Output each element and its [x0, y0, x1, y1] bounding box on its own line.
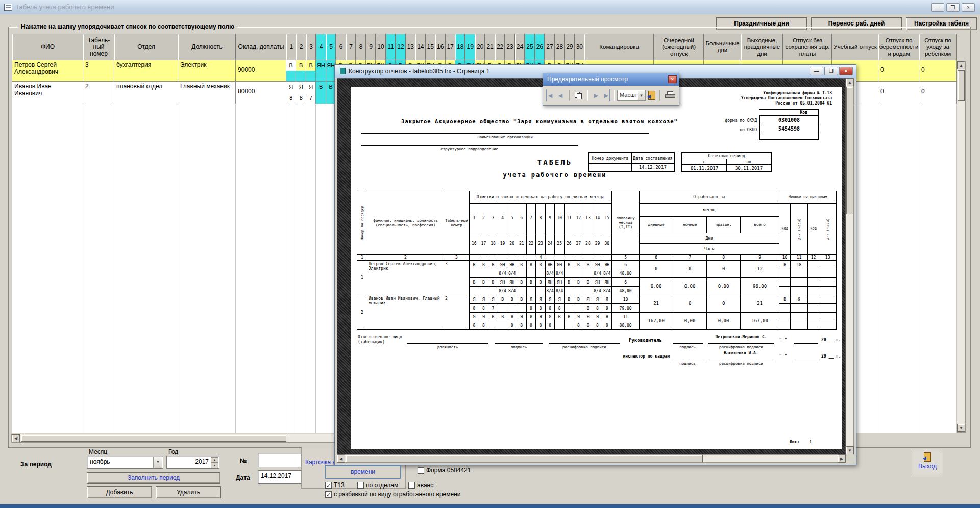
- report-horizontal-scrollbar[interactable]: ◀ ▶: [337, 454, 846, 463]
- day-column-header[interactable]: 26: [535, 34, 545, 60]
- chevron-down-icon[interactable]: ▼: [153, 457, 162, 468]
- split-by-type-checkbox[interactable]: ✓с разбивкой по виду отработанного време…: [325, 491, 460, 498]
- day-column-header[interactable]: 11: [386, 34, 396, 60]
- day-cell[interactable]: ЯН: [316, 60, 326, 82]
- row-cell[interactable]: 0: [878, 60, 919, 82]
- scroll-left-icon[interactable]: ◀: [337, 454, 345, 463]
- zoom-select[interactable]: Масшт ▼: [617, 90, 646, 101]
- day-column-header[interactable]: 1: [286, 34, 296, 60]
- day-column-header[interactable]: 16: [435, 34, 445, 60]
- day-column-header[interactable]: 13: [406, 34, 415, 60]
- day-column-header[interactable]: 23: [505, 34, 514, 60]
- pages-icon[interactable]: [575, 92, 582, 99]
- minimize-icon[interactable]: —: [931, 3, 944, 12]
- close-icon[interactable]: ×: [962, 3, 975, 12]
- day-column-header[interactable]: 28: [555, 34, 565, 60]
- scroll-thumb[interactable]: [846, 87, 853, 214]
- row-cell[interactable]: бухгалтерия: [114, 60, 178, 82]
- day-column-header[interactable]: 24: [515, 34, 525, 60]
- day-column-header[interactable]: 20: [475, 34, 485, 60]
- checkbox-icon[interactable]: [418, 467, 424, 474]
- day-column-header[interactable]: 29: [565, 34, 574, 60]
- scroll-left-icon[interactable]: ◀: [12, 434, 20, 442]
- month-select[interactable]: ноябрь ▼: [87, 456, 163, 469]
- day-cell[interactable]: В: [316, 82, 326, 104]
- scroll-right-icon[interactable]: ▶: [838, 454, 846, 463]
- row-cell[interactable]: Главный механик: [178, 82, 236, 104]
- minimize-icon[interactable]: —: [810, 67, 823, 75]
- scroll-thumb[interactable]: [346, 455, 703, 462]
- day-column-header[interactable]: 6: [336, 34, 346, 60]
- day-column-header[interactable]: 30: [575, 34, 584, 60]
- day-column-header[interactable]: 3: [306, 34, 316, 60]
- column-header[interactable]: Отпуск по беременности и родам: [878, 34, 919, 60]
- maximize-icon[interactable]: ❒: [824, 67, 838, 75]
- preview-toolbar[interactable]: Предварительный просмотр × ◀ ◀ ▶ ▶ Масшт…: [543, 73, 679, 106]
- advance-checkbox[interactable]: аванс: [408, 481, 433, 489]
- close-preview-door-icon[interactable]: [648, 91, 655, 100]
- row-cell[interactable]: плановый отдел: [114, 82, 178, 104]
- day-cell[interactable]: Я8: [296, 82, 306, 104]
- checkbox-icon[interactable]: [408, 482, 415, 489]
- first-page-icon[interactable]: ◀: [546, 89, 553, 101]
- prev-page-icon[interactable]: ◀: [555, 89, 566, 101]
- close-icon[interactable]: ×: [668, 75, 677, 83]
- scroll-up-icon[interactable]: ▲: [846, 78, 854, 86]
- column-header[interactable]: ФИО: [12, 34, 83, 60]
- delete-button[interactable]: Удалить: [156, 486, 221, 498]
- row-cell[interactable]: Петров Сергей Александрович: [12, 60, 83, 82]
- fill-period-button[interactable]: Заполнить период: [87, 472, 220, 484]
- scroll-thumb[interactable]: [21, 435, 286, 442]
- day-column-header[interactable]: 12: [396, 34, 405, 60]
- day-column-header[interactable]: 4: [316, 34, 326, 60]
- exit-button[interactable]: Выход: [912, 449, 943, 477]
- last-page-icon[interactable]: ▶: [603, 89, 610, 101]
- year-stepper[interactable]: 2017 ▴▾: [166, 456, 219, 469]
- day-column-header[interactable]: 27: [545, 34, 554, 60]
- day-cell[interactable]: В: [306, 60, 316, 82]
- spin-up-icon[interactable]: ▴: [211, 457, 218, 463]
- scroll-thumb[interactable]: [958, 70, 965, 101]
- column-header[interactable]: Выходные, праздничные дни: [741, 34, 783, 60]
- checkbox-icon[interactable]: [357, 482, 364, 489]
- day-column-header[interactable]: 18: [455, 34, 465, 60]
- row-cell[interactable]: 0: [878, 82, 919, 104]
- column-header[interactable]: Оклад, доплаты: [236, 34, 286, 60]
- close-icon[interactable]: ×: [839, 67, 853, 75]
- day-column-header[interactable]: 2: [296, 34, 306, 60]
- column-header[interactable]: Отпуск без сохранения зар. платы: [783, 34, 832, 60]
- column-header[interactable]: Отпуск по уходу за ребенком: [919, 34, 957, 60]
- row-cell[interactable]: Электрик: [178, 60, 236, 82]
- row-cell[interactable]: 0: [919, 60, 957, 82]
- scroll-up-icon[interactable]: ▲: [957, 61, 965, 69]
- row-cell[interactable]: 90000: [236, 60, 286, 82]
- form-0504421-checkbox[interactable]: Форма 0504421: [418, 467, 471, 474]
- day-column-header[interactable]: 9: [366, 34, 376, 60]
- chevron-down-icon[interactable]: ▼: [638, 91, 645, 100]
- preview-toolbar-title[interactable]: Предварительный просмотр ×: [543, 73, 679, 86]
- day-column-header[interactable]: 25: [525, 34, 534, 60]
- row-cell[interactable]: Иванов Иван Иванович: [12, 82, 83, 104]
- add-button[interactable]: Добавить: [87, 486, 152, 498]
- print-timesheet-button[interactable]: времени: [325, 465, 401, 479]
- day-column-header[interactable]: 17: [446, 34, 455, 60]
- maximize-icon[interactable]: ❒: [946, 3, 960, 12]
- report-vertical-scrollbar[interactable]: ▲ ▼: [846, 78, 854, 454]
- day-cell[interactable]: Я7: [306, 82, 316, 104]
- row-cell[interactable]: 3: [83, 60, 114, 82]
- day-column-header[interactable]: 10: [376, 34, 385, 60]
- day-column-header[interactable]: 21: [485, 34, 495, 60]
- day-column-header[interactable]: 14: [415, 34, 425, 60]
- column-header[interactable]: Командировка: [584, 34, 654, 60]
- column-header[interactable]: Табель-ный номер: [83, 34, 114, 60]
- day-cell[interactable]: Я8: [286, 82, 296, 104]
- spin-down-icon[interactable]: ▾: [211, 463, 218, 468]
- row-cell[interactable]: 0: [919, 82, 957, 104]
- day-column-header[interactable]: 15: [426, 34, 435, 60]
- by-departments-checkbox[interactable]: по отделам: [357, 481, 398, 489]
- column-header[interactable]: Учебный отпуск: [832, 34, 878, 60]
- day-column-header[interactable]: 7: [346, 34, 356, 60]
- scroll-down-icon[interactable]: ▼: [957, 424, 965, 432]
- scroll-down-icon[interactable]: ▼: [846, 446, 854, 454]
- grid-vertical-scrollbar[interactable]: ▲ ▼: [957, 61, 966, 433]
